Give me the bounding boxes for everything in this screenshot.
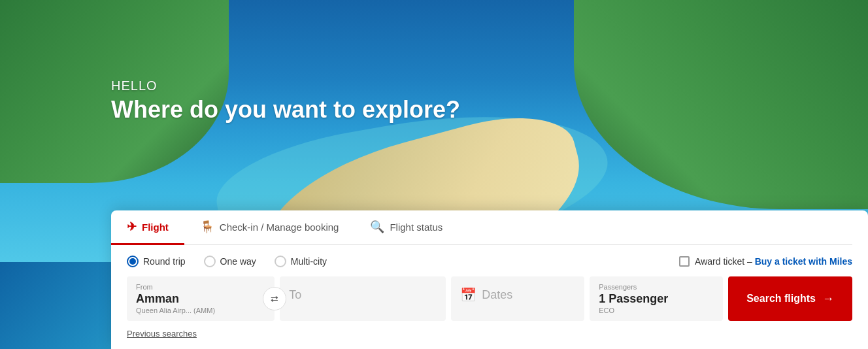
calendar-icon: 📅 [460, 287, 476, 303]
trip-type-row: Round trip One way Multi-city Award tick… [127, 256, 852, 267]
status-icon: 🔍 [370, 220, 384, 234]
hero-tagline: Where do you want to explore? [111, 96, 460, 124]
radio-multicity-label: Multi-city [291, 256, 327, 267]
flight-icon: ✈ [127, 220, 137, 234]
award-ticket-label: Award ticket – Buy a ticket with Miles [695, 256, 852, 267]
tab-status-label: Flight status [390, 222, 442, 233]
radio-roundtrip-circle [127, 256, 139, 267]
passengers-field[interactable]: Passengers 1 Passenger ECO [590, 276, 723, 321]
tab-bar: ✈ Flight 🪑 Check-in / Manage booking 🔍 F… [111, 210, 852, 245]
award-ticket-checkbox[interactable] [679, 256, 690, 267]
radio-roundtrip-label: Round trip [143, 256, 186, 267]
to-field[interactable]: To [280, 276, 446, 321]
radio-oneway[interactable]: One way [204, 256, 256, 267]
swap-button[interactable]: ⇄ [263, 287, 286, 310]
tab-checkin-label: Check-in / Manage booking [220, 222, 339, 233]
radio-multicity[interactable]: Multi-city [275, 256, 327, 267]
tab-flight-label: Flight [142, 222, 169, 233]
from-field[interactable]: From Amman Queen Alia Airp... (AMM) [127, 276, 275, 321]
search-panel: ✈ Flight 🪑 Check-in / Manage booking 🔍 F… [111, 210, 868, 349]
radio-multicity-circle [275, 256, 286, 267]
passengers-count: 1 Passenger [599, 292, 714, 306]
radio-oneway-label: One way [220, 256, 256, 267]
search-arrow-icon: → [822, 292, 834, 306]
search-fields-row: From Amman Queen Alia Airp... (AMM) ⇄ To… [127, 276, 852, 321]
radio-roundtrip[interactable]: Round trip [127, 256, 186, 267]
passengers-label: Passengers [599, 283, 714, 291]
search-flights-button[interactable]: Search flights → [728, 276, 852, 321]
dates-placeholder: 📅 Dates [460, 283, 575, 303]
hero-greeting: HELLO [111, 78, 460, 93]
hero-text: HELLO Where do you want to explore? [111, 78, 460, 124]
tab-flight[interactable]: ✈ Flight [111, 210, 184, 245]
tab-checkin[interactable]: 🪑 Check-in / Manage booking [184, 210, 355, 245]
from-city: Amman [136, 292, 265, 306]
checkin-icon: 🪑 [200, 220, 214, 234]
tab-status[interactable]: 🔍 Flight status [354, 210, 458, 245]
from-wrapper: From Amman Queen Alia Airp... (AMM) ⇄ [127, 276, 275, 321]
radio-oneway-circle [204, 256, 216, 267]
award-ticket-link[interactable]: Buy a ticket with Miles [755, 256, 852, 267]
from-label: From [136, 283, 265, 291]
previous-searches-link[interactable]: Previous searches [127, 329, 852, 339]
dates-field[interactable]: 📅 Dates [451, 276, 584, 321]
from-airport: Queen Alia Airp... (AMM) [136, 307, 265, 314]
search-flights-label: Search flights [746, 293, 816, 305]
to-placeholder: To [289, 283, 437, 302]
award-ticket-option[interactable]: Award ticket – Buy a ticket with Miles [679, 256, 852, 267]
passengers-class: ECO [599, 307, 714, 314]
